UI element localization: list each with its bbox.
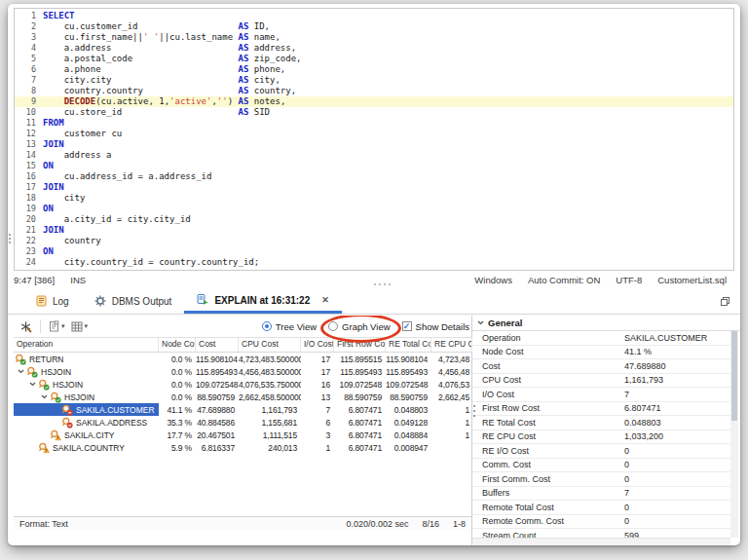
property-row[interactable]: Comm. Cost0 [472,459,730,473]
tab-explain-at-16-31-22[interactable]: EXPLAIN at 16:31:22✕ [184,289,341,314]
column-header[interactable]: Node Cost [159,338,196,352]
code-line[interactable]: 10 cu.store_id AS SID [15,107,733,118]
code-line[interactable]: 16 cu.address_id = a.address_id [15,171,733,182]
code-line[interactable]: 5 a.postal_code AS zip_code, [15,54,733,64]
property-row[interactable]: Cost47.689880 [472,359,730,374]
plan-row[interactable]: SAKILA.ADDRESS35.3 %40.8845861,155,68166… [14,416,471,429]
code-text: a.phone AS phone, [43,64,285,75]
code-line[interactable]: 19ON [15,204,733,214]
code-text: ON [43,204,54,214]
left-sash-handle[interactable] [9,234,11,243]
code-line[interactable]: 9 DECODE(cu.active, 1,'active','') AS no… [15,96,733,107]
code-line[interactable]: 17JOIN [15,182,733,193]
horizontal-sash-handle[interactable] [374,283,391,285]
code-line[interactable]: 6 a.phone AS phone, [15,64,733,75]
cost-cell: 20.467501 [196,430,239,440]
chevron-down-icon[interactable] [38,394,50,399]
code-line[interactable]: 18 city [15,193,733,204]
property-row[interactable]: Remote Total Cost0 [472,501,730,515]
configure-plan-icon[interactable] [17,318,35,335]
cost-cell: 0.0 % [159,367,196,377]
editor-status-bar: 9:47 [386] INS WindowsAuto Commit: ONUTF… [14,273,732,287]
property-value: 0 [624,503,629,512]
properties-scrollbar[interactable] [730,331,738,538]
code-text: country [43,236,101,246]
grid-dropdown-caret[interactable]: ▾ [85,322,89,330]
property-row[interactable]: Node Cost41.1 % [472,346,730,360]
column-header[interactable]: Operation [14,338,159,352]
plan-row[interactable]: SAKILA.COUNTRY5.9 %6.816337240,01316.807… [14,441,471,454]
radio-label: Tree View [276,321,317,332]
code-line[interactable]: 8 country.country AS country, [15,86,733,96]
plan-row[interactable]: SAKILA.CUSTOMER41.1 %47.6898801,161,7937… [14,403,471,416]
chevron-down-icon [477,320,484,325]
code-line[interactable]: 11FROM [15,118,733,129]
code-line[interactable]: 20 a.city_id = city.city_id [15,214,733,225]
code-text: city [43,193,85,204]
plan-row[interactable]: HSJOIN0.0 %109.0725484,076,535.750000161… [14,378,471,391]
cost-cell: 115.895515 [334,355,386,364]
property-row[interactable]: RE I/O Cost0 [472,444,730,459]
code-line[interactable]: 12 customer cu [15,129,733,139]
code-line[interactable]: 7 city.city AS city, [15,75,733,86]
plan-row[interactable]: SAKILA.CITY17.7 %20.4675011,111,51536.80… [14,429,471,441]
code-line[interactable]: 13JOIN [15,139,733,150]
property-row[interactable]: Remote Comm. Cost0 [472,515,730,530]
code-text: city.country_id = country.country_id; [43,257,259,268]
properties-header[interactable]: General [472,316,740,331]
code-line[interactable]: 24 city.country_id = country.country_id; [15,257,733,268]
property-row[interactable]: RE CPU Cost1,033,200 [472,430,730,445]
property-row[interactable]: I/O Cost7 [472,388,730,402]
code-text: city.city AS city, [43,75,280,86]
maximize-panel-icon[interactable] [720,289,730,314]
operation-icon [61,404,73,416]
line-number: 13 [15,139,43,150]
plan-row[interactable]: RETURN0.0 %115.9081044,723,483.500000171… [14,353,471,365]
close-icon[interactable]: ✕ [321,295,329,305]
splitter-handle[interactable] [473,405,475,417]
property-row[interactable]: First Row Cost6.807471 [472,402,730,417]
property-row[interactable]: First Comm. Cost0 [472,472,730,487]
code-line[interactable]: 21JOIN [15,225,733,236]
code-text: a.postal_code AS zip_code, [43,54,302,64]
cost-cell: 13 [301,392,334,402]
cost-cell: 6.807471 [334,430,386,440]
column-header[interactable]: I/O Cost [301,338,334,352]
properties-hscrollbar[interactable] [472,538,730,545]
code-line[interactable]: 23ON [15,246,733,257]
plan-row[interactable]: HSJOIN0.0 %115.8954934,456,483.500000171… [14,365,471,378]
tab-log[interactable]: Log [23,289,82,314]
column-header[interactable]: CPU Cost [239,338,301,352]
column-header[interactable]: RE CPU C [431,338,472,352]
code-text: FROM [43,118,64,129]
radio-graph-view[interactable]: Graph View [328,321,390,332]
property-row[interactable]: CPU Cost1,161,793 [472,374,730,389]
column-header[interactable]: Cost [196,338,239,352]
plan-row[interactable]: HSJOIN0.0 %88.5907592,662,458.5000001388… [14,391,471,403]
cost-cell: 115.895493 [196,367,239,377]
copy-plan-icon[interactable]: ▾ [46,318,68,334]
code-line[interactable]: 3 cu.first_name||' '||cu.last_name AS na… [15,32,733,43]
properties-panel: General OperationSAKILA.CUSTOMERNode Cos… [472,316,740,545]
column-header[interactable]: RE Total Cost [386,338,431,352]
code-line[interactable]: 1SELECT [15,11,733,21]
column-header[interactable]: First Row Cost [334,338,386,352]
code-line[interactable]: 4 a.address AS address, [15,43,733,54]
code-line[interactable]: 22 country [15,236,733,246]
sql-editor[interactable]: 1SELECT2 cu.customer_id AS ID,3 cu.first… [14,8,734,271]
scrollbar-thumb[interactable] [731,331,737,421]
chevron-down-icon[interactable] [26,382,38,387]
chevron-down-icon[interactable] [15,369,26,374]
tab-dbms-output[interactable]: DBMS Output [82,289,185,314]
copy-dropdown-caret[interactable]: ▾ [61,322,65,330]
checkbox-show-details[interactable]: ✓Show Details [402,321,469,332]
radio-tree-view[interactable]: Tree View [262,321,317,332]
property-row[interactable]: RE Total Cost0.048803 [472,416,730,430]
grid-view-icon[interactable]: ▾ [68,319,92,334]
code-line[interactable]: 2 cu.customer_id AS ID, [15,21,733,32]
code-line[interactable]: 15ON [15,161,733,171]
code-line[interactable]: 14 address a [15,150,733,161]
property-row[interactable]: OperationSAKILA.CUSTOMER [472,331,730,346]
property-row[interactable]: Buffers7 [472,487,730,502]
operation-label: SAKILA.CUSTOMER [76,405,155,415]
